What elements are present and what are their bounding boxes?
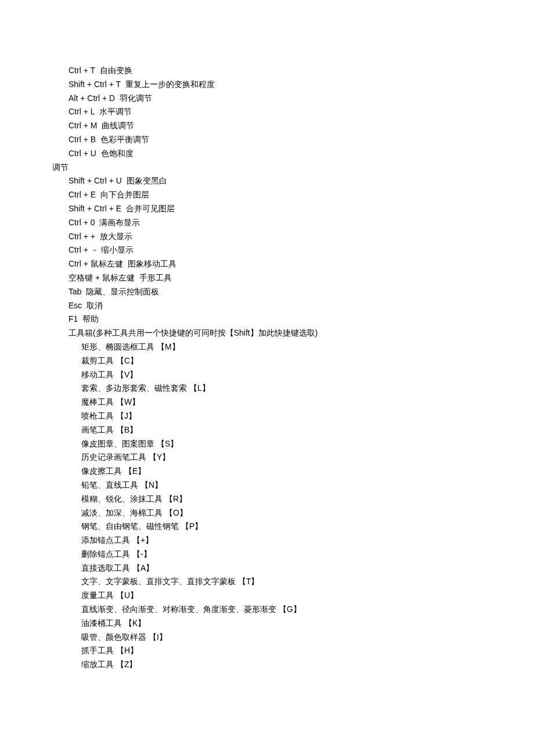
text-line: 直线渐变、径向渐变、对称渐变、角度渐变、菱形渐变 【G】 [52,603,482,617]
document-body: Ctrl + T 自由变换Shift + Ctrl + T 重复上一步的变换和程… [52,64,482,672]
text-line: 添加锚点工具 【+】 [52,534,482,548]
text-line: 历史记录画笔工具 【Y】 [52,451,482,465]
text-line: 度量工具 【U】 [52,589,482,603]
text-line: 抓手工具 【H】 [52,644,482,658]
text-line: Ctrl + + 放大显示 [52,230,482,244]
text-line: 删除锚点工具 【-】 [52,548,482,561]
text-line: 文字、文字蒙板、直排文字、直排文字蒙板 【T】 [52,575,482,589]
text-line: 魔棒工具 【W】 [52,395,482,409]
text-line: Ctrl + M 曲线调节 [52,119,482,133]
text-line: Ctrl + 鼠标左健 图象移动工具 [52,257,482,271]
text-line: Ctrl + E 向下合并图层 [52,188,482,202]
text-line: Ctrl + L 水平调节 [52,105,482,119]
text-line: 空格键 + 鼠标左健 手形工具 [52,271,482,285]
text-line: Shift + Ctrl + T 重复上一步的变换和程度 [52,78,482,92]
text-line: Tab 隐藏、显示控制面板 [52,285,482,299]
text-line: 工具箱(多种工具共用一个快捷键的可同时按【Shift】加此快捷键选取) [52,326,482,340]
text-line: 吸管、颜色取样器 【I】 [52,631,482,645]
text-line: Ctrl + 0 满画布显示 [52,216,482,230]
text-line: 直接选取工具 【A】 [52,561,482,575]
text-line: 钢笔、自由钢笔、磁性钢笔 【P】 [52,520,482,534]
text-line: 裁剪工具 【C】 [52,354,482,368]
text-line: 像皮图章、图案图章 【S】 [52,437,482,451]
text-line: 调节 [52,161,482,175]
text-line: 像皮擦工具 【E】 [52,465,482,478]
text-line: 减淡、加深、海棉工具 【O】 [52,506,482,520]
text-line: F1 帮助 [52,312,482,326]
text-line: Ctrl + － 缩小显示 [52,243,482,257]
text-line: Esc 取消 [52,299,482,313]
text-line: 喷枪工具 【J】 [52,409,482,423]
text-line: 套索、多边形套索、磁性套索 【L】 [52,381,482,395]
text-line: 油漆桶工具 【K】 [52,617,482,631]
text-line: 铅笔、直线工具 【N】 [52,478,482,492]
text-line: 矩形、椭圆选框工具 【M】 [52,340,482,354]
text-line: Shift + Ctrl + E 合并可见图层 [52,202,482,216]
text-line: Ctrl + U 色饱和度 [52,147,482,161]
text-line: 缩放工具 【Z】 [52,658,482,672]
text-line: 模糊、锐化、涂抹工具 【R】 [52,492,482,506]
text-line: Ctrl + B 色彩平衡调节 [52,133,482,147]
text-line: Shift + Ctrl + U 图象变黑白 [52,174,482,188]
text-line: Ctrl + T 自由变换 [52,64,482,78]
text-line: 画笔工具 【B】 [52,423,482,437]
text-line: Alt + Ctrl + D 羽化调节 [52,92,482,106]
text-line: 移动工具 【V】 [52,368,482,382]
